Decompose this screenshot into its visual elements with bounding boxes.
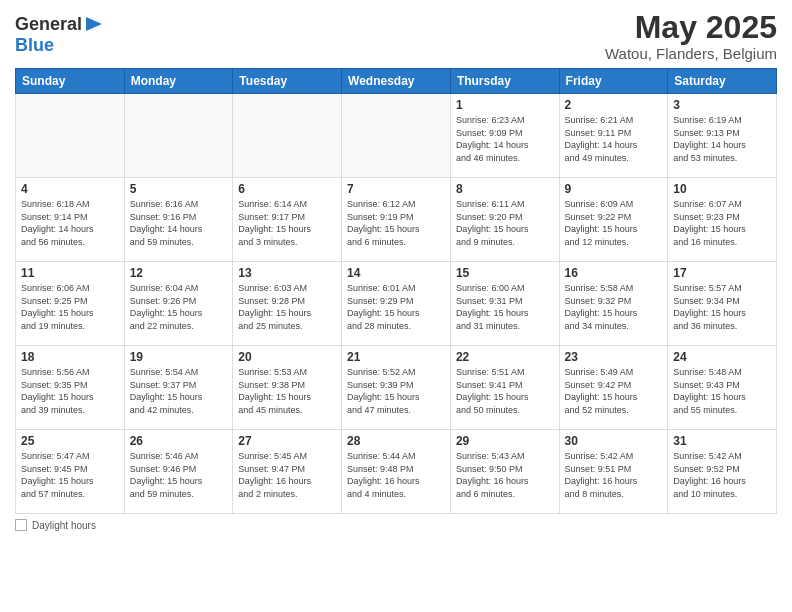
day-info: Sunrise: 5:43 AM Sunset: 9:50 PM Dayligh… xyxy=(456,450,554,500)
legend-box xyxy=(15,519,27,531)
day-info: Sunrise: 5:47 AM Sunset: 9:45 PM Dayligh… xyxy=(21,450,119,500)
calendar-cell: 14Sunrise: 6:01 AM Sunset: 9:29 PM Dayli… xyxy=(342,262,451,346)
day-info: Sunrise: 6:04 AM Sunset: 9:26 PM Dayligh… xyxy=(130,282,228,332)
title-block: May 2025 Watou, Flanders, Belgium xyxy=(605,10,777,62)
calendar-cell: 10Sunrise: 6:07 AM Sunset: 9:23 PM Dayli… xyxy=(668,178,777,262)
logo-flag-icon xyxy=(84,15,104,33)
day-info: Sunrise: 6:00 AM Sunset: 9:31 PM Dayligh… xyxy=(456,282,554,332)
calendar-cell: 20Sunrise: 5:53 AM Sunset: 9:38 PM Dayli… xyxy=(233,346,342,430)
day-info: Sunrise: 5:54 AM Sunset: 9:37 PM Dayligh… xyxy=(130,366,228,416)
day-number: 24 xyxy=(673,350,771,364)
calendar-cell: 8Sunrise: 6:11 AM Sunset: 9:20 PM Daylig… xyxy=(450,178,559,262)
calendar-cell: 29Sunrise: 5:43 AM Sunset: 9:50 PM Dayli… xyxy=(450,430,559,514)
day-number: 2 xyxy=(565,98,663,112)
day-number: 18 xyxy=(21,350,119,364)
footer: Daylight hours xyxy=(15,519,777,531)
calendar-cell: 27Sunrise: 5:45 AM Sunset: 9:47 PM Dayli… xyxy=(233,430,342,514)
location-title: Watou, Flanders, Belgium xyxy=(605,45,777,62)
calendar-cell xyxy=(342,94,451,178)
calendar-cell: 18Sunrise: 5:56 AM Sunset: 9:35 PM Dayli… xyxy=(16,346,125,430)
weekday-header-tuesday: Tuesday xyxy=(233,69,342,94)
day-info: Sunrise: 5:52 AM Sunset: 9:39 PM Dayligh… xyxy=(347,366,445,416)
calendar-week-4: 18Sunrise: 5:56 AM Sunset: 9:35 PM Dayli… xyxy=(16,346,777,430)
day-number: 21 xyxy=(347,350,445,364)
calendar-header-row: SundayMondayTuesdayWednesdayThursdayFrid… xyxy=(16,69,777,94)
calendar-cell: 23Sunrise: 5:49 AM Sunset: 9:42 PM Dayli… xyxy=(559,346,668,430)
calendar-cell: 2Sunrise: 6:21 AM Sunset: 9:11 PM Daylig… xyxy=(559,94,668,178)
day-info: Sunrise: 6:01 AM Sunset: 9:29 PM Dayligh… xyxy=(347,282,445,332)
day-number: 4 xyxy=(21,182,119,196)
day-number: 3 xyxy=(673,98,771,112)
calendar-cell: 6Sunrise: 6:14 AM Sunset: 9:17 PM Daylig… xyxy=(233,178,342,262)
calendar-week-5: 25Sunrise: 5:47 AM Sunset: 9:45 PM Dayli… xyxy=(16,430,777,514)
day-info: Sunrise: 6:16 AM Sunset: 9:16 PM Dayligh… xyxy=(130,198,228,248)
calendar-cell xyxy=(16,94,125,178)
day-info: Sunrise: 6:23 AM Sunset: 9:09 PM Dayligh… xyxy=(456,114,554,164)
day-number: 12 xyxy=(130,266,228,280)
day-number: 19 xyxy=(130,350,228,364)
day-info: Sunrise: 6:11 AM Sunset: 9:20 PM Dayligh… xyxy=(456,198,554,248)
month-title: May 2025 xyxy=(605,10,777,45)
page-container: General Blue May 2025 Watou, Flanders, B… xyxy=(0,0,792,541)
day-info: Sunrise: 5:44 AM Sunset: 9:48 PM Dayligh… xyxy=(347,450,445,500)
calendar-cell xyxy=(124,94,233,178)
calendar-cell: 12Sunrise: 6:04 AM Sunset: 9:26 PM Dayli… xyxy=(124,262,233,346)
day-info: Sunrise: 6:07 AM Sunset: 9:23 PM Dayligh… xyxy=(673,198,771,248)
day-number: 30 xyxy=(565,434,663,448)
day-number: 26 xyxy=(130,434,228,448)
calendar-cell: 31Sunrise: 5:42 AM Sunset: 9:52 PM Dayli… xyxy=(668,430,777,514)
day-number: 17 xyxy=(673,266,771,280)
day-info: Sunrise: 5:48 AM Sunset: 9:43 PM Dayligh… xyxy=(673,366,771,416)
day-info: Sunrise: 5:51 AM Sunset: 9:41 PM Dayligh… xyxy=(456,366,554,416)
day-info: Sunrise: 6:19 AM Sunset: 9:13 PM Dayligh… xyxy=(673,114,771,164)
day-info: Sunrise: 6:09 AM Sunset: 9:22 PM Dayligh… xyxy=(565,198,663,248)
day-number: 6 xyxy=(238,182,336,196)
day-number: 10 xyxy=(673,182,771,196)
day-number: 29 xyxy=(456,434,554,448)
calendar-cell: 4Sunrise: 6:18 AM Sunset: 9:14 PM Daylig… xyxy=(16,178,125,262)
weekday-header-friday: Friday xyxy=(559,69,668,94)
calendar-week-1: 1Sunrise: 6:23 AM Sunset: 9:09 PM Daylig… xyxy=(16,94,777,178)
day-number: 5 xyxy=(130,182,228,196)
day-number: 8 xyxy=(456,182,554,196)
calendar-cell: 26Sunrise: 5:46 AM Sunset: 9:46 PM Dayli… xyxy=(124,430,233,514)
day-info: Sunrise: 6:21 AM Sunset: 9:11 PM Dayligh… xyxy=(565,114,663,164)
day-info: Sunrise: 5:45 AM Sunset: 9:47 PM Dayligh… xyxy=(238,450,336,500)
weekday-header-saturday: Saturday xyxy=(668,69,777,94)
day-info: Sunrise: 5:42 AM Sunset: 9:51 PM Dayligh… xyxy=(565,450,663,500)
legend: Daylight hours xyxy=(15,519,96,531)
logo: General Blue xyxy=(15,14,104,56)
day-number: 20 xyxy=(238,350,336,364)
day-number: 28 xyxy=(347,434,445,448)
day-number: 7 xyxy=(347,182,445,196)
day-number: 23 xyxy=(565,350,663,364)
day-number: 16 xyxy=(565,266,663,280)
day-number: 13 xyxy=(238,266,336,280)
calendar-cell: 16Sunrise: 5:58 AM Sunset: 9:32 PM Dayli… xyxy=(559,262,668,346)
calendar-cell: 15Sunrise: 6:00 AM Sunset: 9:31 PM Dayli… xyxy=(450,262,559,346)
day-info: Sunrise: 6:14 AM Sunset: 9:17 PM Dayligh… xyxy=(238,198,336,248)
day-info: Sunrise: 6:03 AM Sunset: 9:28 PM Dayligh… xyxy=(238,282,336,332)
day-info: Sunrise: 5:56 AM Sunset: 9:35 PM Dayligh… xyxy=(21,366,119,416)
calendar-cell: 19Sunrise: 5:54 AM Sunset: 9:37 PM Dayli… xyxy=(124,346,233,430)
day-number: 15 xyxy=(456,266,554,280)
calendar-cell: 1Sunrise: 6:23 AM Sunset: 9:09 PM Daylig… xyxy=(450,94,559,178)
day-info: Sunrise: 6:12 AM Sunset: 9:19 PM Dayligh… xyxy=(347,198,445,248)
day-number: 9 xyxy=(565,182,663,196)
calendar-cell xyxy=(233,94,342,178)
calendar-cell: 21Sunrise: 5:52 AM Sunset: 9:39 PM Dayli… xyxy=(342,346,451,430)
day-info: Sunrise: 6:18 AM Sunset: 9:14 PM Dayligh… xyxy=(21,198,119,248)
weekday-header-wednesday: Wednesday xyxy=(342,69,451,94)
day-number: 31 xyxy=(673,434,771,448)
daylight-label: Daylight hours xyxy=(32,520,96,531)
day-info: Sunrise: 5:49 AM Sunset: 9:42 PM Dayligh… xyxy=(565,366,663,416)
calendar-cell: 22Sunrise: 5:51 AM Sunset: 9:41 PM Dayli… xyxy=(450,346,559,430)
calendar-cell: 7Sunrise: 6:12 AM Sunset: 9:19 PM Daylig… xyxy=(342,178,451,262)
logo-general-text: General xyxy=(15,14,82,35)
weekday-header-sunday: Sunday xyxy=(16,69,125,94)
day-number: 22 xyxy=(456,350,554,364)
day-info: Sunrise: 5:46 AM Sunset: 9:46 PM Dayligh… xyxy=(130,450,228,500)
calendar-week-2: 4Sunrise: 6:18 AM Sunset: 9:14 PM Daylig… xyxy=(16,178,777,262)
calendar-week-3: 11Sunrise: 6:06 AM Sunset: 9:25 PM Dayli… xyxy=(16,262,777,346)
calendar-cell: 9Sunrise: 6:09 AM Sunset: 9:22 PM Daylig… xyxy=(559,178,668,262)
